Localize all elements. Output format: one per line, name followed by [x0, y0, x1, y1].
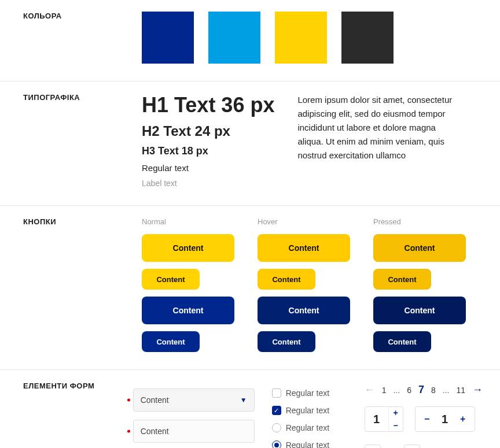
secondary-button-small-hover[interactable]: Content: [258, 331, 315, 352]
secondary-button-large[interactable]: Content: [142, 297, 234, 324]
h1-sample: H1 Text 36 px: [142, 93, 274, 117]
plus-icon[interactable]: +: [404, 445, 420, 448]
text-input[interactable]: Content: [133, 420, 255, 443]
checkbox-unchecked[interactable]: Regular text: [272, 388, 347, 398]
page-ellipsis: ...: [393, 386, 400, 395]
select-value: Content: [141, 395, 169, 405]
section-label-typography: ТИПОГРАФІКА: [0, 93, 142, 188]
swatch-blue: [208, 12, 260, 64]
page-current[interactable]: 7: [418, 384, 424, 396]
paragraph-sample: Lorem ipsum dolor sit amet, consectetur …: [297, 93, 459, 188]
primary-button-large-pressed[interactable]: Content: [373, 234, 466, 262]
stepper-value: 1: [365, 413, 388, 426]
buttons-normal: Normal Content Content Content Content: [142, 217, 234, 352]
checks-column: Regular text ✓ Regular text Regular text…: [272, 382, 347, 448]
radio-checked[interactable]: Regular text: [272, 440, 347, 448]
section-buttons: КНОПКИ Normal Content Content Content Co…: [0, 206, 500, 370]
swatch-primary: [142, 12, 194, 64]
checkbox-checked[interactable]: ✓ Regular text: [272, 406, 347, 415]
primary-button-small[interactable]: Content: [142, 269, 200, 290]
typography-samples: H1 Text 36 px H2 Text 24 px H3 Text 18 p…: [142, 93, 274, 188]
h2-sample: H2 Text 24 px: [142, 123, 274, 139]
checkbox-checked-icon: ✓: [272, 406, 281, 415]
label-text-sample: Label text: [142, 179, 274, 188]
required-indicator: [127, 430, 130, 433]
buttons-pressed: Pressed Content Content Content Content: [373, 217, 466, 352]
buttons-hover: Hover Content Content Content Content: [258, 217, 350, 352]
plus-icon[interactable]: +: [389, 406, 403, 419]
pagination: ← 1 ... 6 7 8 ... 11 →: [365, 384, 483, 396]
state-label-normal: Normal: [142, 217, 234, 226]
input-value: Content: [141, 427, 169, 436]
secondary-button-small[interactable]: Content: [142, 331, 200, 352]
primary-button-small-pressed[interactable]: Content: [373, 269, 431, 290]
page-6[interactable]: 6: [407, 386, 411, 395]
state-label-pressed: Pressed: [373, 217, 466, 226]
section-label-forms: ЕЛЕМЕНТИ ФОРМ: [0, 382, 133, 448]
radio-unchecked[interactable]: Regular text: [272, 423, 347, 432]
section-forms: ЕЛЕМЕНТИ ФОРМ Content ▼ Content: [0, 370, 500, 448]
secondary-button-small-pressed[interactable]: Content: [373, 331, 431, 352]
checkbox-label: Regular text: [286, 406, 329, 415]
state-label-hover: Hover: [258, 217, 350, 226]
chevron-down-icon: ▼: [240, 396, 247, 404]
select-input[interactable]: Content ▼: [133, 388, 255, 412]
primary-button-large[interactable]: Content: [142, 234, 234, 262]
secondary-button-large-pressed[interactable]: Content: [373, 297, 466, 324]
regular-text-sample: Regular text: [142, 163, 274, 173]
secondary-button-large-hover[interactable]: Content: [258, 297, 350, 324]
swatch-yellow: [275, 12, 327, 64]
inputs-column: Content ▼ Content Content !: [133, 382, 255, 448]
paging-column: ← 1 ... 6 7 8 ... 11 → 1 + −: [365, 382, 483, 448]
page-ellipsis: ...: [443, 386, 450, 395]
minus-icon[interactable]: −: [389, 419, 403, 432]
required-indicator: [127, 399, 130, 402]
minus-icon[interactable]: −: [365, 445, 381, 448]
color-swatches: [142, 12, 483, 64]
section-label-buttons: КНОПКИ: [0, 217, 142, 352]
stepper-vertical[interactable]: 1 + −: [365, 406, 403, 432]
page-1[interactable]: 1: [382, 386, 387, 395]
radio-label: Regular text: [286, 423, 329, 432]
checkbox-icon: [272, 388, 281, 398]
page-8[interactable]: 8: [431, 386, 436, 395]
stepper-value: 1: [436, 413, 454, 426]
plus-icon[interactable]: +: [456, 412, 470, 426]
radio-icon: [272, 423, 281, 432]
radio-checked-icon: [272, 440, 281, 448]
minus-icon[interactable]: −: [420, 412, 434, 426]
stepper-plain[interactable]: − 1 +: [365, 442, 483, 448]
section-colors: КОЛЬОРА: [0, 0, 500, 82]
page-11[interactable]: 11: [456, 386, 465, 395]
swatch-dark: [341, 12, 394, 64]
section-label-colors: КОЛЬОРА: [0, 12, 142, 64]
page-next-icon[interactable]: →: [472, 384, 483, 396]
primary-button-large-hover[interactable]: Content: [258, 234, 350, 262]
section-typography: ТИПОГРАФІКА H1 Text 36 px H2 Text 24 px …: [0, 82, 500, 206]
h3-sample: H3 Text 18 px: [142, 145, 274, 157]
page-prev-icon[interactable]: ←: [365, 384, 375, 396]
stepper-horizontal[interactable]: − 1 +: [415, 406, 475, 432]
primary-button-small-hover[interactable]: Content: [258, 269, 315, 290]
checkbox-label: Regular text: [286, 388, 329, 398]
radio-label: Regular text: [286, 440, 329, 448]
